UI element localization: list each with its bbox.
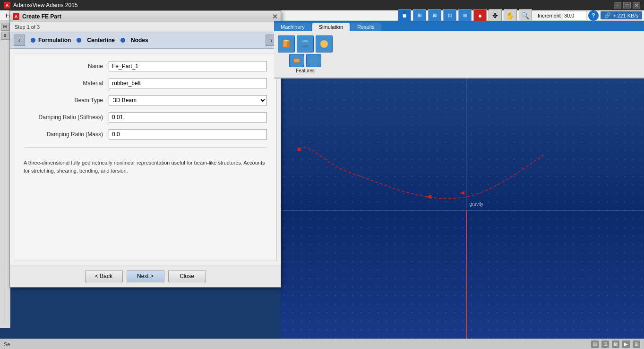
wizard-nav: ‹ Formulation Centerline Nodes ›	[10, 32, 281, 49]
dialog-footer: < Back Next > Close	[10, 265, 281, 287]
form-row-name: Name	[24, 61, 267, 71]
sidebar-tool-2[interactable]: B	[1, 32, 9, 40]
ribbon-icon-shape1[interactable]	[289, 54, 304, 67]
nav-step-formulation-label: Formulation	[38, 37, 71, 44]
step-label: Step 1 of 3	[15, 24, 40, 30]
svg-point-8	[311, 59, 317, 62]
tab-machinery[interactable]: Machinery	[274, 23, 311, 31]
form-area: Name Material Beam Type 3D Beam 2D Beam …	[14, 53, 277, 261]
ribbon-icon-box[interactable]	[278, 35, 295, 52]
features-label: Features	[296, 68, 314, 73]
ribbon-icon-cylinder[interactable]	[297, 35, 314, 52]
status-icon-3[interactable]: ⊠	[612, 340, 619, 348]
title-bar-controls: – □ ✕	[614, 2, 640, 9]
canvas-area: gravity	[280, 79, 644, 349]
svg-marker-10	[427, 194, 431, 199]
increment-input[interactable]	[563, 11, 586, 20]
nav-prev-button[interactable]: ‹	[14, 35, 25, 46]
name-label: Name	[24, 63, 109, 70]
tab-simulation[interactable]: Simulation	[312, 23, 350, 31]
material-input[interactable]	[109, 78, 267, 88]
title-bar-left: A Adams/View Adams 2015	[4, 2, 78, 9]
damping-mass-input[interactable]	[109, 129, 267, 140]
increment-label: Increment	[538, 13, 561, 18]
canvas-divider-vertical-red	[466, 210, 467, 349]
material-label: Material	[24, 80, 109, 87]
toolbar-pan-btn[interactable]: ✋	[504, 9, 517, 22]
next-button[interactable]: Next >	[127, 270, 164, 282]
network-speed: + 221 KB/s	[613, 13, 638, 18]
app-icon: A	[4, 2, 10, 9]
ribbon-icon-shape2[interactable]	[306, 54, 321, 67]
status-icon-1[interactable]: ⊞	[591, 340, 599, 348]
svg-marker-2	[287, 41, 290, 48]
toolbar-view-btn-2[interactable]: ⊞	[413, 9, 426, 22]
nav-dot-2	[77, 38, 81, 43]
help-button[interactable]: ?	[588, 10, 599, 21]
step-header: Step 1 of 3	[10, 22, 281, 32]
status-text: Se	[4, 341, 10, 347]
status-icon-4[interactable]: ▶	[622, 340, 630, 348]
belt-curve-svg	[294, 135, 550, 211]
toolbar-view-btn-5[interactable]: ⊞	[458, 9, 472, 22]
gravity-label: gravity	[470, 201, 483, 207]
svg-point-9	[297, 148, 301, 151]
damping-stiffness-label: Damping Ratio (Stiffness)	[24, 114, 109, 121]
left-sidebar: M B	[0, 21, 10, 328]
svg-point-5	[302, 45, 309, 48]
minimize-button[interactable]: –	[614, 2, 621, 9]
toolbar-zoom-btn[interactable]: 🔍	[519, 9, 532, 22]
ribbon-icon-sphere[interactable]	[316, 35, 333, 52]
toolbar-view-btn-4[interactable]: ⊡	[443, 9, 456, 22]
dialog-titlebar: A Create FE Part ✕	[10, 11, 281, 22]
nav-step-nodes-label: Nodes	[131, 37, 148, 44]
beam-type-label: Beam Type	[24, 97, 109, 104]
maximize-button[interactable]: □	[623, 2, 631, 9]
sidebar-tool-1[interactable]: M	[1, 23, 9, 31]
svg-rect-7	[294, 59, 300, 62]
nav-step-formulation[interactable]: Formulation	[31, 37, 71, 44]
nav-dot-formulation	[31, 38, 35, 43]
nav-step-nodes[interactable]: Nodes	[131, 37, 148, 44]
svg-marker-11	[460, 191, 464, 195]
form-divider	[24, 147, 267, 148]
toolbar-view-btn-3[interactable]: ⊠	[428, 9, 441, 22]
form-row-damping-mass: Damping Ratio (Mass)	[24, 129, 267, 140]
ribbon-icons-row-1	[278, 35, 333, 52]
svg-point-6	[320, 40, 328, 48]
dialog-title: Create FE Part	[22, 13, 61, 20]
app-title: Adams/View Adams 2015	[13, 2, 78, 9]
nav-step-centerline[interactable]: Centerline	[87, 37, 115, 44]
back-button[interactable]: < Back	[85, 270, 123, 282]
toolbar-connect-btn[interactable]: ✤	[489, 9, 502, 22]
form-row-material: Material	[24, 78, 267, 88]
nav-step-centerline-label: Centerline	[87, 37, 115, 44]
name-input[interactable]	[109, 61, 267, 71]
tab-results[interactable]: Results	[351, 23, 381, 31]
network-indicator: 🔗 + 221 KB/s	[601, 11, 642, 19]
damping-mass-label: Damping Ratio (Mass)	[24, 131, 109, 138]
form-row-damping-stiffness: Damping Ratio (Stiffness)	[24, 112, 267, 122]
status-icon-5[interactable]: ⊞	[633, 340, 640, 348]
status-right: ⊞ ⊡ ⊠ ▶ ⊞	[591, 340, 640, 348]
damping-stiffness-input[interactable]	[109, 112, 267, 122]
toolbar-target-btn[interactable]: ●	[473, 9, 487, 22]
dialog-close-button[interactable]: ✕	[272, 13, 278, 20]
status-icon-2[interactable]: ⊡	[601, 340, 609, 348]
status-bar: Se ⊞ ⊡ ⊠ ▶ ⊞	[0, 339, 644, 349]
ribbon-group-features: Features	[278, 35, 333, 73]
dialog-app-icon: A	[13, 13, 19, 20]
close-button-footer[interactable]: Close	[168, 270, 206, 282]
nav-dot-3	[120, 38, 125, 43]
close-button[interactable]: ✕	[633, 2, 640, 9]
dialog-create-fe-part: A Create FE Part ✕ Step 1 of 3 ‹ Formula…	[9, 10, 281, 288]
form-row-beam-type: Beam Type 3D Beam 2D Beam	[24, 95, 267, 105]
toolbar-view-btn-1[interactable]: ■	[398, 9, 411, 22]
form-description: A three-dimensional fully geometrically …	[24, 155, 267, 178]
beam-type-select[interactable]: 3D Beam 2D Beam	[109, 95, 267, 105]
network-icon: 🔗	[604, 12, 611, 18]
